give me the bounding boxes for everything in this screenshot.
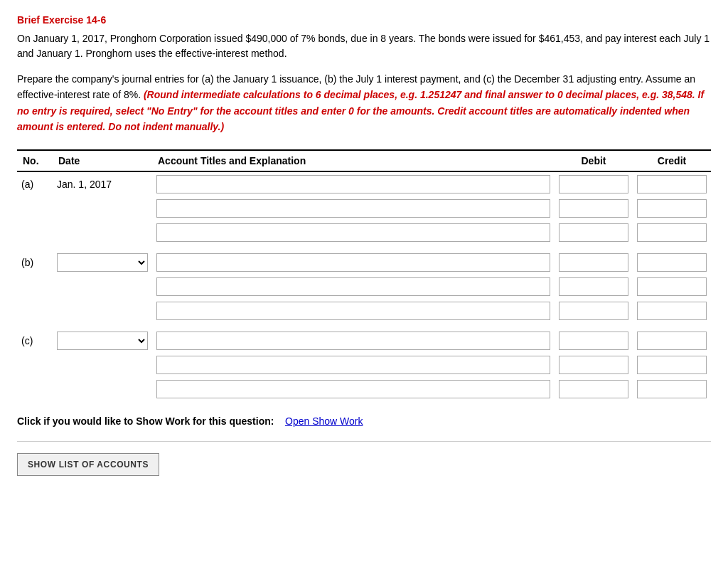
section-a-account-2[interactable] <box>152 196 555 221</box>
section-a-credit-input-3[interactable] <box>637 223 707 242</box>
section-a-debit-1[interactable] <box>555 171 633 196</box>
section-c-debit-input-2[interactable] <box>559 356 628 374</box>
section-a-account-3[interactable] <box>152 221 555 245</box>
section-a-label: (a) <box>17 171 53 196</box>
section-b-account-3[interactable] <box>152 299 555 323</box>
section-b-account-input-2[interactable] <box>156 277 550 296</box>
section-a-account-input-3[interactable] <box>156 223 550 242</box>
section-a-credit-input-1[interactable] <box>637 175 707 193</box>
spacer-row <box>17 323 711 329</box>
section-c-account-input-3[interactable] <box>156 380 550 398</box>
section-a-date-text: Jan. 1, 2017 <box>57 179 112 190</box>
table-row: (c) Dec. 31, 2017 Jul. 1, 2017 Jan. 1, 2… <box>17 329 711 353</box>
section-a-credit-3[interactable] <box>633 221 711 245</box>
section-a-debit-input-2[interactable] <box>559 199 628 218</box>
section-c-credit-input-1[interactable] <box>637 332 707 350</box>
section-c-account-input-2[interactable] <box>156 356 550 374</box>
spacer-row <box>17 245 711 250</box>
bottom-bar: SHOW LIST OF ACCOUNTS <box>17 441 711 476</box>
journal-entry-table: No. Date Account Titles and Explanation … <box>17 149 711 401</box>
section-b-account-input-3[interactable] <box>156 302 550 320</box>
section-c-debit-input-3[interactable] <box>559 380 628 398</box>
section-b-debit-input-1[interactable] <box>559 253 628 272</box>
section-a-credit-2[interactable] <box>633 196 711 221</box>
show-accounts-button[interactable]: SHOW LIST OF ACCOUNTS <box>17 453 159 476</box>
section-b-credit-3[interactable] <box>633 299 711 323</box>
section-a-date: Jan. 1, 2017 <box>53 171 152 196</box>
table-row <box>17 275 711 299</box>
table-row <box>17 353 711 377</box>
show-work-line: Click if you would like to Show Work for… <box>17 415 711 427</box>
section-c-debit-input-1[interactable] <box>559 332 628 350</box>
section-c-account-1[interactable] <box>152 329 555 353</box>
table-row <box>17 299 711 323</box>
section-c-account-2[interactable] <box>152 353 555 377</box>
section-c-credit-2[interactable] <box>633 353 711 377</box>
section-a-credit-1[interactable] <box>633 171 711 196</box>
show-work-label: Click if you would like to Show Work for… <box>17 415 274 427</box>
table-row: (a) Jan. 1, 2017 <box>17 171 711 196</box>
section-b-date[interactable]: Jul. 1, 2017 Jan. 1, 2017 Dec. 31, 2017 <box>53 250 152 275</box>
section-c-date-select[interactable]: Dec. 31, 2017 Jul. 1, 2017 Jan. 1, 2017 <box>57 332 148 350</box>
section-b-credit-1[interactable] <box>633 250 711 275</box>
header-no: No. <box>17 150 53 171</box>
section-c-debit-3[interactable] <box>555 377 633 401</box>
section-a-account-1[interactable] <box>152 171 555 196</box>
section-a-debit-input-1[interactable] <box>559 175 628 193</box>
section-c-credit-3[interactable] <box>633 377 711 401</box>
section-b-credit-input-1[interactable] <box>637 253 707 272</box>
section-c-credit-input-2[interactable] <box>637 356 707 374</box>
section-c-debit-1[interactable] <box>555 329 633 353</box>
table-row: (b) Jul. 1, 2017 Jan. 1, 2017 Dec. 31, 2… <box>17 250 711 275</box>
section-c-account-3[interactable] <box>152 377 555 401</box>
section-a-debit-input-3[interactable] <box>559 223 628 242</box>
exercise-title: Brief Exercise 14-6 <box>17 14 711 26</box>
section-b-debit-2[interactable] <box>555 275 633 299</box>
section-a-account-input-1[interactable] <box>156 175 550 193</box>
header-date: Date <box>53 150 152 171</box>
section-a-debit-3[interactable] <box>555 221 633 245</box>
header-debit: Debit <box>555 150 633 171</box>
section-b-account-1[interactable] <box>152 250 555 275</box>
intro-text: On January 1, 2017, Pronghorn Corporatio… <box>17 31 711 61</box>
section-c-credit-input-3[interactable] <box>637 380 707 398</box>
table-row <box>17 196 711 221</box>
header-credit: Credit <box>633 150 711 171</box>
section-c-date[interactable]: Dec. 31, 2017 Jul. 1, 2017 Jan. 1, 2017 <box>53 329 152 353</box>
section-c-debit-2[interactable] <box>555 353 633 377</box>
section-c-credit-1[interactable] <box>633 329 711 353</box>
section-c-account-input-1[interactable] <box>156 332 550 350</box>
section-a-account-input-2[interactable] <box>156 199 550 218</box>
section-b-credit-input-2[interactable] <box>637 277 707 296</box>
instructions: Prepare the company's journal entries fo… <box>17 71 711 135</box>
section-b-debit-3[interactable] <box>555 299 633 323</box>
section-b-account-input-1[interactable] <box>156 253 550 272</box>
section-b-credit-input-3[interactable] <box>637 302 707 320</box>
section-b-account-2[interactable] <box>152 275 555 299</box>
section-b-debit-input-3[interactable] <box>559 302 628 320</box>
table-row <box>17 221 711 245</box>
section-b-label: (b) <box>17 250 53 275</box>
header-account: Account Titles and Explanation <box>152 150 555 171</box>
section-a-debit-2[interactable] <box>555 196 633 221</box>
section-a-credit-input-2[interactable] <box>637 199 707 218</box>
section-b-credit-2[interactable] <box>633 275 711 299</box>
section-b-debit-input-2[interactable] <box>559 277 628 296</box>
section-c-label: (c) <box>17 329 53 353</box>
open-show-work-link[interactable]: Open Show Work <box>285 415 363 427</box>
section-b-debit-1[interactable] <box>555 250 633 275</box>
table-row <box>17 377 711 401</box>
section-b-date-select[interactable]: Jul. 1, 2017 Jan. 1, 2017 Dec. 31, 2017 <box>57 253 148 272</box>
